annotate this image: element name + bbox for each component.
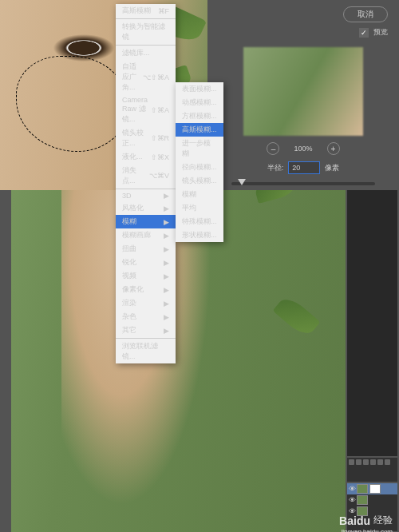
watermark: Baidu 经验 jingyan.baidu.com	[339, 514, 393, 527]
filter-menu: 高斯模糊⌘F 转换为智能滤镜 滤镜库... 自适应广角...⌥⇧⌘A Camer…	[116, 165, 176, 332]
blur-submenu: 表面模糊... 动感模糊... 方框模糊... 高斯模糊... 进一步模糊 径向…	[176, 165, 223, 242]
menu-blur-group[interactable]: 模糊▶	[116, 215, 176, 228]
